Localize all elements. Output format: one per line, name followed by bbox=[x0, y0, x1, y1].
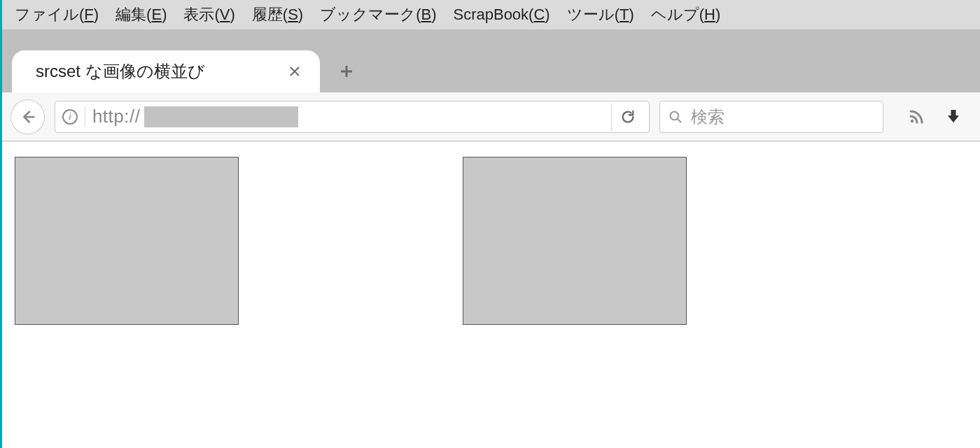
menu-bookmarks[interactable]: ブックマーク(B) bbox=[312, 1, 444, 28]
image-placeholder-1 bbox=[15, 157, 239, 325]
separator bbox=[85, 107, 85, 127]
url-scheme: http:// bbox=[92, 106, 141, 127]
feed-icon[interactable] bbox=[903, 103, 930, 131]
menu-tools[interactable]: ツール(T) bbox=[559, 1, 643, 28]
search-box[interactable]: 検索 bbox=[659, 101, 883, 133]
browser-tab-active[interactable]: srcset な画像の横並び bbox=[12, 50, 320, 92]
close-icon[interactable] bbox=[285, 62, 304, 81]
tab-strip: srcset な画像の横並び bbox=[2, 29, 980, 92]
menu-edit[interactable]: 編集(E) bbox=[107, 1, 175, 28]
site-info-icon[interactable]: i bbox=[62, 109, 78, 125]
menu-history[interactable]: 履歴(S) bbox=[244, 1, 312, 28]
menu-view[interactable]: 表示(V) bbox=[175, 1, 243, 28]
back-button[interactable] bbox=[10, 99, 45, 134]
page-content bbox=[2, 141, 980, 448]
toolbar: i http:// 検索 bbox=[2, 92, 980, 141]
search-placeholder: 検索 bbox=[691, 106, 724, 128]
downloads-icon[interactable] bbox=[940, 103, 967, 131]
reload-button[interactable] bbox=[611, 103, 645, 131]
tab-title: srcset な画像の横並び bbox=[36, 60, 285, 83]
svg-point-1 bbox=[911, 119, 913, 122]
search-icon bbox=[668, 110, 682, 124]
menu-bar: ファイル(F) 編集(E) 表示(V) 履歴(S) ブックマーク(B) Scra… bbox=[2, 0, 980, 29]
menu-help[interactable]: ヘルプ(H) bbox=[643, 1, 729, 28]
url-host-redacted bbox=[144, 106, 298, 127]
image-placeholder-2 bbox=[463, 157, 687, 325]
new-tab-button[interactable] bbox=[332, 57, 360, 85]
url-bar[interactable]: i http:// bbox=[55, 101, 650, 133]
url-text[interactable]: http:// bbox=[92, 106, 604, 127]
menu-scrapbook[interactable]: ScrapBook(C) bbox=[444, 3, 558, 27]
menu-file[interactable]: ファイル(F) bbox=[6, 1, 107, 28]
